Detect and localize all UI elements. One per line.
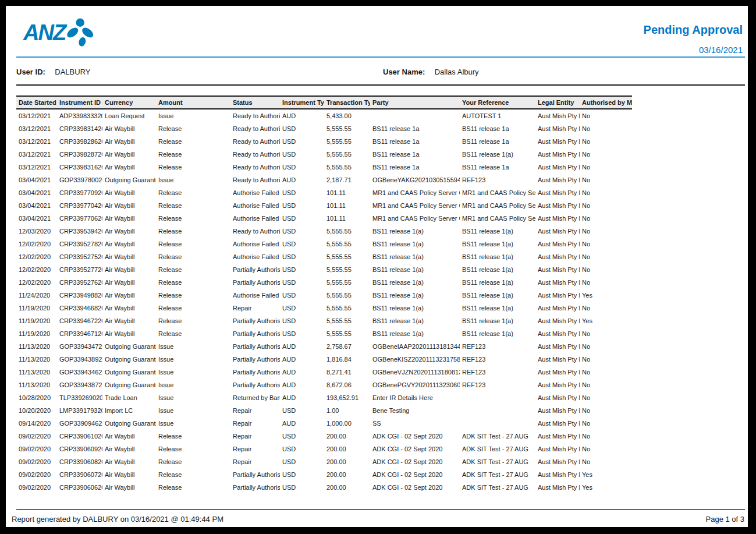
table-cell: BS11 release 1a [460,135,535,148]
table-cell: CRP33906062092 [57,481,102,494]
table-cell: Aust Mish Pty Ltd [535,250,580,263]
table-cell: 5,555.55 [324,263,370,276]
table-cell: 2,187.71 [324,174,370,186]
user-id-field: User ID: DALBURY [16,66,91,77]
table-cell: No [580,302,632,314]
table-cell: Repair [230,443,280,455]
table-cell: No [580,250,632,263]
table-cell: 09/02/2020 [16,481,57,494]
table-cell: No [580,212,632,225]
table-cell: Bene Testing [370,404,460,417]
table-cell: CRP33906072092 [57,468,102,481]
table-cell: 5,555.55 [324,314,370,327]
table-cell: No [580,135,632,148]
table-cell: Outgoing Guarantee [102,340,156,353]
table-cell: Release [156,276,230,289]
table-cell: 5,555.55 [324,289,370,302]
table-cell: BS11 release 1(a) [370,238,460,250]
table-cell: Aust Mish Pty Ltd [535,379,580,391]
table-cell: BS11 release 1a [460,161,535,174]
table-cell: Partially Authorised [230,481,280,494]
table-cell: Ready to Authorise [230,148,280,161]
table-cell: No [580,263,632,276]
table-cell: Yes [580,481,632,494]
table-cell: 09/02/2020 [16,468,57,481]
table-cell: Release [156,122,230,135]
column-header: Instrument Type [280,96,324,109]
table-cell: Air Waybill [102,250,156,263]
table-cell: GOP33943872092 [57,379,102,391]
table-cell: No [580,238,632,250]
table-cell: BS11 release 1a [370,135,460,148]
table-cell: Authorise Failed [230,212,280,225]
table-cell: 09/02/2020 [16,443,57,455]
table-row: 11/19/2020CRP33946712092Air WaybillRelea… [16,327,632,340]
page-title: Pending Approval [644,23,743,37]
table-cell: Ready to Authorise [230,174,280,186]
table-cell: Outgoing Guarantee [102,174,156,186]
table-cell: USD [280,135,324,148]
table-row: 09/02/2020CRP33906092092Air WaybillRelea… [16,443,632,455]
table-cell: USD [280,250,324,263]
table-cell: 5,555.55 [324,135,370,148]
table-cell: MR1 and CAAS Policy Server Cha [460,212,535,225]
report-table-body: 03/12/2021ADP33983332092Loan RequestIssu… [16,109,632,494]
table-cell: OGBeneVJZN20201113180813 [370,366,460,379]
table-cell: USD [280,430,324,443]
table-cell: AUD [280,174,324,186]
table-cell: Release [156,455,230,468]
table-cell: Aust Mish Pty Ltd [535,314,580,327]
table-cell: 1.00 [324,404,370,417]
table-cell: 193,652.91 [324,391,370,404]
table-cell: Air Waybill [102,263,156,276]
table-row: 12/02/2020CRP33952782092Air WaybillRelea… [16,238,632,250]
table-cell: Air Waybill [102,122,156,135]
table-cell: 101.11 [324,186,370,199]
user-id-value: DALBURY [55,68,90,76]
table-row: 10/28/2020TLP33926902092Trade LoanIssueR… [16,391,632,404]
table-cell: Aust Mish Pty Ltd [535,481,580,494]
table-cell: 10/20/2020 [16,404,57,417]
user-name-field: User Name: Dallas Albury [383,66,479,77]
column-header: Transaction Type [324,96,370,109]
table-cell: MR1 and CAAS Policy Server Change [370,212,460,225]
table-cell: Release [156,135,230,148]
table-row: 09/02/2020CRP33906062092Air WaybillRelea… [16,481,632,494]
column-header: Date Started [16,96,57,109]
table-cell: Aust Mish Pty Ltd [535,238,580,250]
table-cell: USD [280,327,324,340]
table-row: 03/12/2021CRP33983142092Air WaybillRelea… [16,122,632,135]
table-cell: USD [280,263,324,276]
table-cell: AUD [280,379,324,391]
table-cell: REF123 [460,340,535,353]
table-cell: Issue [156,366,230,379]
table-cell: Air Waybill [102,135,156,148]
table-cell: Aust Mish Pty Ltd [535,135,580,148]
table-cell: CRP33952782092 [57,238,102,250]
table-cell: USD [280,238,324,250]
table-cell: Issue [156,391,230,404]
table-cell: Air Waybill [102,161,156,174]
table-cell: No [580,186,632,199]
table-cell: Authorise Failed [230,250,280,263]
table-cell: No [580,404,632,417]
column-header: Currency [102,96,156,109]
table-cell [460,391,535,404]
table-cell: Ready to Authorise [230,109,280,122]
table-cell: CRP33983162092 [57,161,102,174]
table-cell: Air Waybill [102,327,156,340]
table-cell: Release [156,327,230,340]
table-cell: Repair [230,417,280,430]
table-cell: ADK SIT Test - 27 AUG [460,468,535,481]
title-block: Pending Approval 03/16/2021 [644,23,743,55]
table-cell: Loan Request [102,109,156,122]
table-cell: Air Waybill [102,481,156,494]
table-cell: Air Waybill [102,238,156,250]
table-cell: 2,758.67 [324,340,370,353]
column-header: Party [370,96,460,109]
table-cell: CRP33977062092 [57,212,102,225]
table-cell: TLP33926902092 [57,391,102,404]
table-cell: 11/19/2020 [16,314,57,327]
table-cell: Issue [156,379,230,391]
table-cell: CRP33906092092 [57,443,102,455]
